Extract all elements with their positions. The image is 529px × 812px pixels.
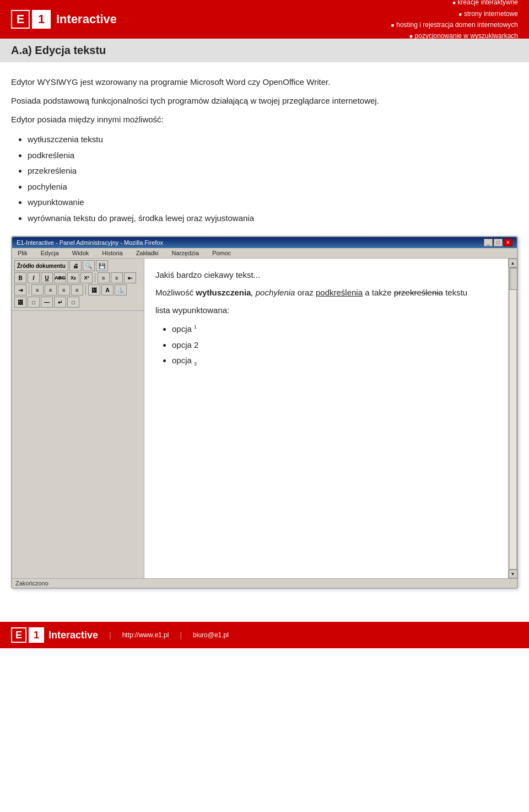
nav-item-2: hosting i rejestracja domen internetowyc… <box>391 19 518 30</box>
browser-window: E1-Interactive - Panel Administracyjny -… <box>11 236 518 589</box>
editor-text-bold: wytłuszczenia <box>196 288 251 297</box>
tb-btn-preview[interactable]: 🔍 <box>83 260 95 271</box>
bold-button[interactable]: B <box>14 272 26 283</box>
header-nav: kreacje interaktywne strony internetowe … <box>391 0 518 42</box>
browser-body: Źródło dokumentu 🖨 🔍 💾 B I U ABC X₂ X² <box>12 259 517 578</box>
footer-website-link[interactable]: http://www.e1.pl <box>122 631 169 639</box>
browser-titlebar: E1-Interactive - Panel Administracyjny -… <box>12 237 517 248</box>
outdent-button[interactable]: ⇤ <box>124 272 136 283</box>
menu-edycja[interactable]: Edycja <box>39 249 61 257</box>
tb-btn-print[interactable]: 🖨 <box>69 260 82 271</box>
nav-item-3: pozycjonowanie w wyszukiwarkach <box>391 30 518 41</box>
nav-item-1: strony internetowe <box>391 8 518 19</box>
footer-divider-2: | <box>180 631 182 639</box>
menu-zakladki[interactable]: Zakładki <box>134 249 161 257</box>
image-color-button[interactable]: 🖼 <box>88 284 100 295</box>
subscript-button[interactable]: X₂ <box>67 272 79 283</box>
browser-title: E1-Interactive - Panel Administracyjny -… <box>17 239 163 246</box>
ul-button[interactable]: ≡ <box>111 272 123 283</box>
toolbar-insert-row: 🖼 □ — ↵ □ <box>14 297 142 308</box>
strikethrough-button[interactable]: ABC <box>54 272 66 283</box>
footer-logo-text: Interactive <box>48 630 98 641</box>
align-left-button[interactable]: ≡ <box>31 284 44 295</box>
editor-list-item-2: opcja 2 <box>172 337 497 353</box>
menu-widok[interactable]: Widok <box>70 249 91 257</box>
indent-button[interactable]: ⇥ <box>14 284 26 295</box>
footer-divider: | <box>109 631 111 639</box>
footer-email-link[interactable]: biuro@e1.pl <box>193 631 229 639</box>
editor-text-mid2: a także <box>363 288 394 297</box>
superscript-button[interactable]: X² <box>80 272 93 283</box>
toolbar-source-row: Źródło dokumentu 🖨 🔍 💾 <box>14 260 142 271</box>
toolbar-separator <box>95 273 95 283</box>
align-right-button[interactable]: ≡ <box>58 284 70 295</box>
menu-narzedzia[interactable]: Narzędzia <box>170 249 202 257</box>
status-text: Zakończono <box>15 580 48 587</box>
logo-e: E <box>11 10 30 29</box>
italic-button[interactable]: I <box>28 272 40 283</box>
tb-btn-save[interactable]: 💾 <box>96 260 108 271</box>
editor-text-area: Jakiś bardzo ciekawy tekst... Możliwość … <box>152 264 500 379</box>
editor-text-underline: podkreślenia <box>316 288 363 297</box>
align-center-button[interactable]: ≡ <box>45 284 57 295</box>
list-item: przekreślenia <box>28 163 518 179</box>
menu-plik[interactable]: Plik <box>15 249 30 257</box>
list-item: wytłuszczenia tekstu <box>28 132 518 148</box>
editor-list-item-1: opcja 1 <box>172 321 497 337</box>
editor-text-suffix: tekstu <box>443 288 467 297</box>
anchor-button[interactable]: ⚓ <box>115 284 127 295</box>
close-button[interactable]: ✕ <box>504 239 512 246</box>
editor-line-1: Jakiś bardzo ciekawy tekst... <box>155 268 497 282</box>
browser-editor-content[interactable]: Jakiś bardzo ciekawy tekst... Możliwość … <box>144 259 508 578</box>
minimize-button[interactable]: _ <box>484 239 493 246</box>
insert-table-button[interactable]: □ <box>28 297 40 308</box>
editor-text-prefix: Możliwość <box>155 288 196 297</box>
header-logo: E 1 Interactive <box>11 10 117 29</box>
footer-logo-1: 1 <box>29 627 44 643</box>
insert-special-button[interactable]: ↵ <box>54 297 66 308</box>
editor-list-item-3: opcja 3 <box>172 353 497 369</box>
list-item: wyrównania tekstu do prawej, środka lewe… <box>28 211 518 227</box>
ol-button[interactable]: ≡ <box>98 272 110 283</box>
editor-line-3: lista wypunktowana: <box>155 304 497 317</box>
browser-win-controls: _ □ ✕ <box>484 239 512 246</box>
list-item: wypunktowanie <box>28 195 518 211</box>
toolbar-separator-2 <box>29 285 29 295</box>
footer: E 1 Interactive | http://www.e1.pl | biu… <box>0 622 529 648</box>
editor-list: opcja 1 opcja 2 opcja 3 <box>172 321 497 369</box>
section-title-bar: A.a) Edycja tekstu <box>0 39 529 62</box>
align-justify-button[interactable]: ≡ <box>71 284 83 295</box>
feature-list: wytłuszczenia tekstu podkreślenia przekr… <box>28 132 518 226</box>
menu-pomoc[interactable]: Pomoc <box>210 249 233 257</box>
scroll-up-button[interactable]: ▲ <box>509 259 517 267</box>
scrollbar-thumb[interactable] <box>510 268 517 290</box>
menu-historia[interactable]: Historia <box>100 249 125 257</box>
logo-text: Interactive <box>56 12 117 26</box>
paragraph-3: Edytor posiada między innymi możliwość: <box>11 113 518 126</box>
insert-hr-button[interactable]: — <box>41 297 53 308</box>
section-title: A.a) Edycja tekstu <box>11 44 518 57</box>
paragraph-2: Posiada podstawową funkcjonalności tych … <box>11 94 518 107</box>
browser-sidebar: Źródło dokumentu 🖨 🔍 💾 B I U ABC X₂ X² <box>12 259 144 578</box>
scrollbar-track[interactable] <box>509 267 517 569</box>
source-button[interactable]: Źródło dokumentu <box>14 260 68 271</box>
editor-line-2: Możliwość wytłuszczenia, pochylenia oraz… <box>155 286 497 299</box>
list-item: podkreślenia <box>28 148 518 164</box>
editor-text-italic: , pochylenia <box>251 288 295 297</box>
browser-scrollbar: ▲ ▼ <box>508 259 517 578</box>
editor-toolbar: Źródło dokumentu 🖨 🔍 💾 B I U ABC X₂ X² <box>12 259 144 311</box>
underline-button[interactable]: U <box>41 272 53 283</box>
scroll-down-button[interactable]: ▼ <box>509 569 517 578</box>
nav-item-0: kreacje interaktywne <box>391 0 518 8</box>
insert-image-button[interactable]: 🖼 <box>14 297 26 308</box>
header: E 1 Interactive kreacje interaktywne str… <box>0 0 529 39</box>
logo-1: 1 <box>32 10 51 29</box>
toolbar-format-row: B I U ABC X₂ X² ≡ ≡ ⇤ ⇥ ≡ ≡ ≡ <box>14 272 142 295</box>
paragraph-1: Edytor WYSIWYG jest wzorowany na program… <box>11 76 518 89</box>
browser-menubar: Plik Edycja Widok Historia Zakładki Narz… <box>12 248 517 259</box>
insert-symbol-button[interactable]: □ <box>67 297 79 308</box>
footer-logo-e: E <box>11 627 26 643</box>
maximize-button[interactable]: □ <box>494 239 503 246</box>
browser-statusbar: Zakończono <box>12 578 517 588</box>
font-color-button[interactable]: A <box>101 284 114 295</box>
